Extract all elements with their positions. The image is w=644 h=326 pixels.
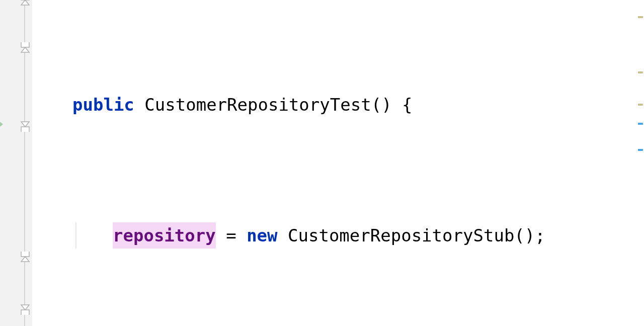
fold-expand-icon[interactable]	[19, 0, 31, 6]
marker-warning-icon[interactable]	[638, 16, 643, 18]
marker-warning-icon[interactable]	[638, 71, 643, 73]
marker-strip[interactable]	[638, 0, 644, 326]
indent-guide	[75, 222, 76, 249]
marker-warning-icon[interactable]	[638, 104, 643, 106]
keyword-new: new	[247, 222, 277, 249]
marker-info-icon[interactable]	[638, 149, 643, 151]
code-editor[interactable]: public CustomerRepositoryTest () { repos…	[32, 0, 638, 326]
field-repository: repository	[113, 222, 216, 249]
code-line[interactable]: repository = new CustomerRepositoryStub(…	[32, 222, 638, 249]
constructor-name: CustomerRepositoryTest	[144, 92, 371, 118]
fold-collapse-icon[interactable]	[19, 121, 31, 133]
run-test-marker-icon[interactable]	[0, 120, 3, 128]
fold-collapse-icon[interactable]	[19, 304, 31, 316]
editor-gutter	[0, 0, 32, 326]
code-line[interactable]: public CustomerRepositoryTest () {	[32, 92, 638, 118]
fold-expand-icon[interactable]	[19, 251, 31, 263]
keyword-public: public	[72, 92, 134, 118]
marker-info-icon[interactable]	[638, 123, 643, 125]
fold-expand-icon[interactable]	[19, 41, 31, 53]
